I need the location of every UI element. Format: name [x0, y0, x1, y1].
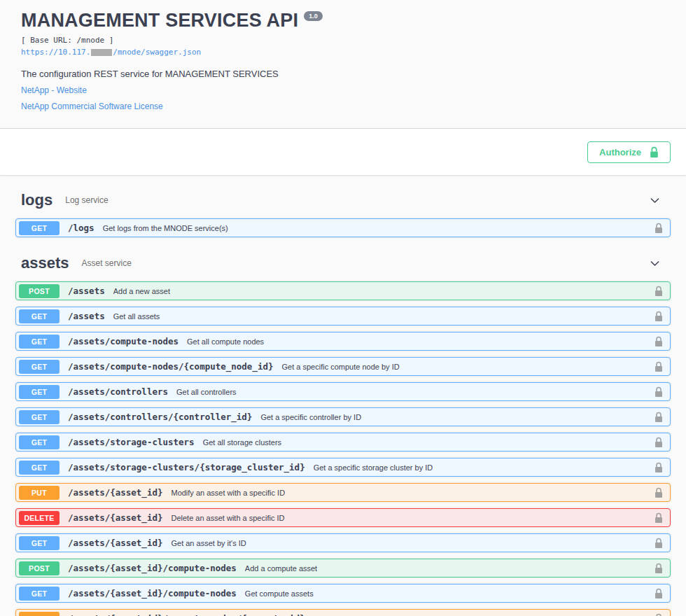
operation-summary: Get an asset by it's ID — [171, 539, 246, 547]
api-info-header: MANAGEMENT SERVICES API 1.0 [ Base URL: … — [0, 0, 686, 128]
page-title: MANAGEMENT SERVICES API — [21, 10, 298, 31]
spec-link-prefix: https://10.117. — [21, 48, 90, 57]
lock-icon[interactable] — [654, 386, 663, 398]
method-badge: GET — [19, 587, 59, 601]
operation-row[interactable]: GET/assets/compute-nodesGet all compute … — [15, 332, 671, 351]
operation-row[interactable]: GET/assetsGet all assets — [15, 307, 671, 326]
swagger-spec-link[interactable]: https://10.117./mnode/swagger.json — [21, 48, 201, 57]
spec-link-suffix: /mnode/swagger.json — [113, 48, 201, 57]
operation-summary: Get all compute nodes — [187, 337, 264, 346]
method-badge: DELETE — [19, 511, 59, 525]
operation-summary: Add a compute asset — [245, 564, 317, 573]
operation-path: /assets/{asset_id} — [68, 512, 162, 523]
operation-path: /assets/controllers/{controller_id} — [68, 412, 252, 422]
operation-path: /logs — [68, 223, 94, 233]
lock-icon[interactable] — [654, 286, 663, 297]
lock-icon — [650, 146, 659, 158]
method-badge: GET — [19, 461, 59, 475]
operation-summary: Get compute assets — [245, 589, 314, 598]
method-badge: POST — [19, 284, 59, 298]
section-header-logs[interactable]: logsLog service — [15, 181, 671, 218]
method-badge: GET — [19, 360, 59, 374]
version-badge: 1.0 — [304, 11, 323, 21]
operation-path: /assets/controllers — [68, 386, 168, 397]
section-description: Log service — [65, 195, 108, 205]
operation-path: /assets/{asset_id}/compute-nodes/{comput… — [68, 613, 305, 616]
chevron-down-icon[interactable] — [649, 258, 661, 270]
lock-icon[interactable] — [654, 361, 663, 372]
operation-row[interactable]: GET/assets/{asset_id}/compute-nodesGet c… — [15, 584, 671, 603]
lock-icon[interactable] — [654, 311, 663, 322]
section-title: logs — [21, 191, 52, 209]
operation-summary: Delete an asset with a specific ID — [171, 514, 284, 522]
operation-path: /assets/compute-nodes/{compute_node_id} — [68, 361, 274, 372]
operation-summary: Get all controllers — [176, 388, 237, 396]
method-badge: GET — [19, 536, 59, 550]
operation-row[interactable]: GET/assets/storage-clustersGet all stora… — [15, 433, 671, 451]
operation-summary: Get a specific compute node by ID — [282, 363, 400, 371]
operation-row[interactable]: GET/assets/compute-nodes/{compute_node_i… — [15, 357, 671, 376]
lock-icon[interactable] — [654, 336, 663, 347]
operation-summary: Add a new asset — [113, 287, 170, 295]
lock-icon[interactable] — [654, 613, 663, 616]
operation-path: /assets/{asset_id}/compute-nodes — [68, 588, 237, 598]
operation-path: /assets/compute-nodes — [68, 336, 178, 346]
operations-container: logsLog serviceGET/logsGet logs from the… — [0, 175, 686, 616]
operation-row[interactable]: GET/assets/controllers/{controller_id}Ge… — [15, 407, 671, 426]
operation-summary: Get all assets — [113, 312, 160, 321]
method-badge: GET — [19, 410, 59, 424]
method-badge: GET — [19, 385, 59, 399]
operation-summary: Get a specific controller by ID — [260, 413, 361, 421]
lock-icon[interactable] — [654, 412, 663, 423]
section-description: Asset service — [82, 258, 132, 268]
operation-row[interactable]: GET/assets/{asset_id}Get an asset by it'… — [15, 533, 671, 552]
operation-path: /assets/{asset_id} — [68, 487, 162, 498]
section-title: assets — [21, 254, 69, 272]
operation-row[interactable]: GET/assets/controllersGet all controller… — [15, 382, 671, 401]
authorize-button[interactable]: Authorize — [587, 141, 671, 163]
operation-summary: Get all storage clusters — [203, 438, 282, 447]
scheme-container: Authorize — [0, 128, 686, 175]
authorize-label: Authorize — [599, 148, 641, 157]
operation-row[interactable]: GET/assets/storage-clusters/{storage_clu… — [15, 458, 671, 477]
lock-icon[interactable] — [654, 462, 663, 473]
operation-row[interactable]: POST/assetsAdd a new asset — [15, 281, 671, 300]
netapp-website-link[interactable]: NetApp - Website — [21, 85, 87, 95]
method-badge: GET — [19, 335, 59, 349]
base-url: [ Base URL: /mnode ] — [21, 36, 665, 45]
lock-icon[interactable] — [654, 563, 663, 574]
redacted-segment — [91, 49, 112, 56]
operation-row[interactable]: PUT/assets/{asset_id}Modify an asset wit… — [15, 483, 671, 502]
operation-summary: Modify an asset with a specific ID — [171, 489, 285, 497]
operation-path: /assets/storage-clusters/{storage_cluste… — [68, 462, 305, 472]
operation-summary: Get logs from the MNODE service(s) — [103, 224, 228, 232]
method-badge: GET — [19, 221, 59, 235]
method-badge: GET — [19, 309, 59, 323]
method-badge: PUT — [19, 486, 59, 500]
method-badge: POST — [19, 561, 59, 575]
netapp-license-link[interactable]: NetApp Commercial Software License — [21, 102, 163, 111]
operation-path: /assets/storage-clusters — [68, 437, 195, 447]
operation-path: /assets — [68, 311, 105, 321]
method-badge: GET — [19, 435, 59, 449]
method-badge: PUT — [19, 612, 59, 616]
operation-row[interactable]: DELETE/assets/{asset_id}Delete an asset … — [15, 508, 671, 527]
chevron-down-icon[interactable] — [649, 195, 661, 206]
operation-path: /assets/{asset_id}/compute-nodes — [68, 563, 237, 573]
operation-path: /assets — [68, 286, 105, 296]
lock-icon[interactable] — [654, 512, 663, 524]
section-header-assets[interactable]: assetsAsset service — [15, 244, 671, 281]
api-description: The configuration REST service for MANAG… — [21, 69, 665, 79]
operation-row[interactable]: PUT/assets/{asset_id}/compute-nodes/{com… — [15, 609, 671, 616]
operation-row[interactable]: GET/logsGet logs from the MNODE service(… — [15, 218, 671, 237]
lock-icon[interactable] — [654, 538, 663, 549]
operation-summary: Get a specific storage cluster by ID — [314, 463, 433, 472]
lock-icon[interactable] — [654, 487, 663, 498]
lock-icon[interactable] — [654, 223, 663, 234]
operation-path: /assets/{asset_id} — [68, 538, 162, 548]
operation-row[interactable]: POST/assets/{asset_id}/compute-nodesAdd … — [15, 559, 671, 578]
lock-icon[interactable] — [654, 588, 663, 599]
lock-icon[interactable] — [654, 437, 663, 448]
